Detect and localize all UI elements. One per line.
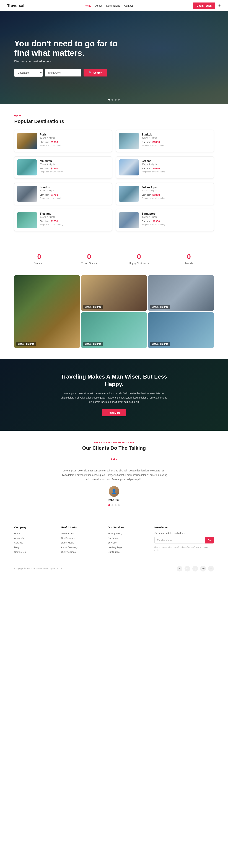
destination-card[interactable]: Julian Alps 3Days, 4 Nights Start from $…	[116, 183, 214, 205]
stat-item: 0 Happy Customers	[114, 249, 164, 268]
destination-card[interactable]: Paris 3Days, 4 Nights Start from $1650 P…	[14, 130, 112, 152]
quote-text: Lorem ipsum dolor sit amet consectetur a…	[61, 392, 167, 404]
music-icon[interactable]: ♫	[208, 566, 214, 571]
footer-column: Useful Links DestinationsOur BranchesLat…	[61, 526, 100, 555]
t-dot-3[interactable]	[115, 504, 117, 506]
destination-card[interactable]: Maldives 3Days, 4 Nights Start from $135…	[14, 156, 112, 179]
footer-link[interactable]: Landing Page	[107, 546, 122, 549]
nav-destinations[interactable]: Destinations	[106, 4, 120, 7]
footer-newsletter-column: Newsletter Get latest updates and offers…	[155, 526, 214, 555]
twitter-icon[interactable]: t	[192, 566, 198, 571]
gallery-item[interactable]: 3Days, 4 Nights	[14, 275, 80, 348]
dest-image	[119, 159, 139, 176]
gallery-item[interactable]: 3Days, 4 Nights	[81, 312, 147, 348]
dest-duration: 3Days, 4 Nights	[141, 136, 211, 139]
testimonials-section: HERE'S WHAT THEY HAVE TO SAY Our Clients…	[0, 431, 228, 517]
nav-about[interactable]: About	[95, 4, 102, 7]
footer-link[interactable]: Blog	[14, 546, 19, 549]
footer-link[interactable]: About Company	[61, 546, 77, 549]
dest-duration: 3Days, 4 Nights	[141, 163, 211, 165]
dest-sharing: Per person on twin sharing	[40, 197, 109, 199]
newsletter-go-button[interactable]: Go	[205, 537, 214, 544]
quote-content: Traveling Makes A Man Wiser, But Less Ha…	[61, 373, 167, 416]
search-icon: 🔍	[89, 71, 92, 74]
testimonial-dots	[14, 504, 214, 506]
footer-link[interactable]: Latest Media	[61, 541, 74, 544]
footer-link[interactable]: Privacy Policy	[107, 532, 122, 535]
dest-name: Greece	[141, 159, 211, 163]
footer-copyright: Copyright © 2020 Company name All rights…	[14, 567, 65, 570]
search-label: Search	[93, 71, 102, 74]
dest-price: $1950	[153, 220, 160, 223]
dest-info: London 3Days, 4 Nights Start from $1750 …	[40, 186, 109, 199]
hero-dots	[108, 99, 120, 100]
footer-link[interactable]: Destinations	[61, 532, 74, 535]
dest-price: $1950	[153, 193, 160, 196]
dest-price: $1750	[51, 193, 58, 196]
destination-card[interactable]: Singapore 3Days, 4 Nights Start from $19…	[116, 209, 214, 231]
footer-col-title: Company	[14, 526, 54, 529]
footer-links-list: Privacy PolicyOur TermsServicesLanding P…	[107, 532, 147, 554]
nav-home[interactable]: Home	[85, 4, 91, 7]
dest-start-from: Start from	[141, 194, 151, 196]
hero-dot-2[interactable]	[111, 99, 113, 100]
footer-link[interactable]: Our Guides	[107, 551, 119, 553]
hero-content: You don't need to go far to find what ma…	[14, 39, 121, 77]
hero-dot-1[interactable]	[108, 99, 110, 100]
hero-subtitle: Discover your next adventure	[14, 60, 121, 63]
navbar-right: Get In Touch ☀	[193, 2, 221, 9]
gallery-item[interactable]: 3Days, 4 Nights	[148, 312, 214, 348]
t-dot-2[interactable]	[111, 504, 113, 506]
facebook-icon[interactable]: f	[177, 566, 183, 571]
popular-destinations-section: VISIT Popular Destinations Paris 3Days, …	[0, 104, 228, 242]
hero-dot-4[interactable]	[118, 99, 120, 100]
footer-link[interactable]: Contact Us	[14, 551, 26, 553]
dest-info: Paris 3Days, 4 Nights Start from $1650 P…	[40, 133, 109, 146]
dest-image	[17, 159, 37, 176]
dest-price: $1350	[51, 167, 58, 170]
dest-sharing: Per person on twin sharing	[141, 170, 211, 173]
hero-dot-3[interactable]	[115, 99, 117, 100]
google-plus-icon[interactable]: G+	[200, 566, 206, 571]
gallery-image	[14, 275, 80, 348]
gallery-item[interactable]: 3Days, 4 Nights	[148, 275, 214, 311]
footer-bottom: Copyright © 2020 Company name All rights…	[14, 562, 214, 571]
footer-link[interactable]: Our Terms	[107, 537, 118, 539]
read-more-button[interactable]: Read More	[102, 409, 126, 416]
hero-search-form: Destination 🔍 Search	[14, 69, 121, 77]
dest-image	[17, 186, 37, 202]
gallery-label: 3Days, 4 Nights	[150, 342, 170, 346]
destination-card[interactable]: Thailand 3Days, 4 Nights Start from $175…	[14, 209, 112, 231]
footer-link[interactable]: Our Branches	[61, 537, 75, 539]
footer-link[interactable]: Services	[14, 541, 23, 544]
get-in-touch-button[interactable]: Get In Touch	[193, 2, 215, 9]
destination-card[interactable]: London 3Days, 4 Nights Start from $1750 …	[14, 183, 112, 205]
footer-grid: Company HomeAbout UsServicesBlogContact …	[14, 526, 214, 555]
date-input[interactable]	[45, 69, 82, 76]
footer-link[interactable]: Home	[14, 532, 21, 535]
gallery-grid: 3Days, 4 Nights 3Days, 4 Nights 3Days, 4…	[14, 275, 214, 348]
footer-link[interactable]: Our Packages	[61, 551, 75, 553]
destination-card[interactable]: Greece 3Days, 4 Nights Start from $1650 …	[116, 156, 214, 179]
linkedin-icon[interactable]: in	[185, 566, 190, 571]
t-dot-4[interactable]	[118, 504, 120, 506]
search-button[interactable]: 🔍 Search	[84, 69, 107, 76]
testimonial-author: Rohit Paul	[14, 499, 214, 501]
dest-info: Singapore 3Days, 4 Nights Start from $19…	[141, 212, 211, 225]
theme-toggle-icon[interactable]: ☀	[218, 4, 221, 8]
destination-select[interactable]: Destination	[14, 69, 43, 77]
dest-sharing: Per person on twin sharing	[40, 223, 109, 225]
dest-sharing: Per person on twin sharing	[40, 170, 109, 173]
dest-image	[119, 186, 139, 202]
gallery-label: 3Days, 4 Nights	[17, 342, 36, 346]
nav-contact[interactable]: Contact	[124, 4, 133, 7]
gallery-item[interactable]: 3Days, 4 Nights	[81, 275, 147, 311]
t-dot-1[interactable]	[108, 504, 110, 506]
newsletter-email-input[interactable]	[155, 537, 205, 544]
destination-card[interactable]: Bankok 3Days, 4 Nights Start from $1850 …	[116, 130, 214, 152]
dest-start-from: Start from	[141, 167, 151, 170]
footer-link[interactable]: About Us	[14, 537, 24, 539]
footer-link[interactable]: Services	[107, 541, 117, 544]
dest-name: Julian Alps	[141, 186, 211, 189]
stat-label: Awards	[167, 262, 210, 265]
